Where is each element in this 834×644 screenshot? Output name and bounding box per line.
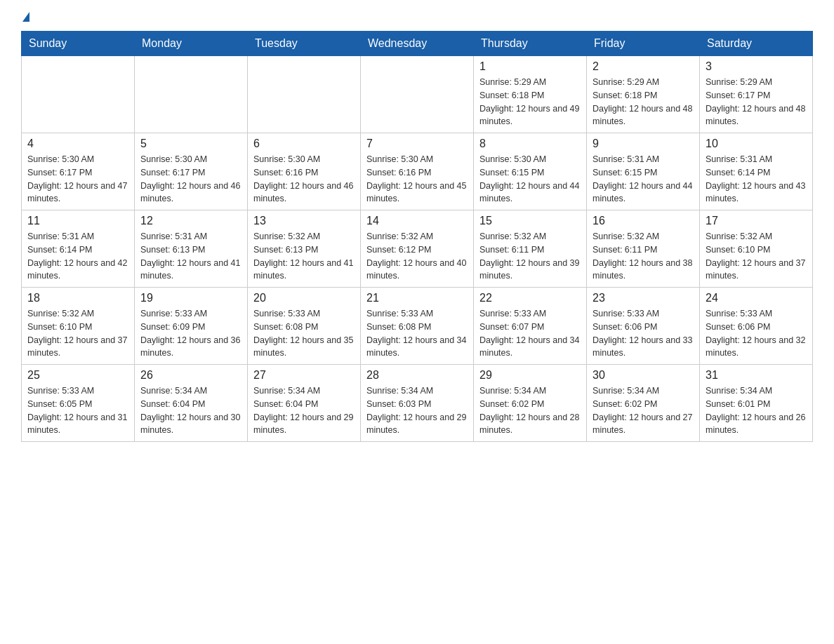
day-number: 14	[366, 215, 468, 227]
day-info: Sunrise: 5:34 AMSunset: 6:02 PMDaylight:…	[479, 384, 581, 437]
day-info: Sunrise: 5:32 AMSunset: 6:12 PMDaylight:…	[366, 230, 468, 283]
weekday-header-thursday: Thursday	[474, 32, 587, 56]
day-number: 8	[479, 137, 581, 150]
calendar-cell: 27Sunrise: 5:34 AMSunset: 6:04 PMDayligh…	[248, 365, 361, 442]
day-info: Sunrise: 5:29 AMSunset: 6:18 PMDaylight:…	[479, 76, 581, 128]
day-number: 28	[366, 369, 468, 382]
day-info: Sunrise: 5:32 AMSunset: 6:10 PMDaylight:…	[27, 307, 128, 360]
day-number: 27	[253, 369, 355, 382]
day-number: 25	[27, 369, 128, 382]
calendar-cell: 16Sunrise: 5:32 AMSunset: 6:11 PMDayligh…	[587, 210, 700, 288]
day-info: Sunrise: 5:33 AMSunset: 6:09 PMDaylight:…	[140, 307, 241, 360]
day-number: 15	[479, 215, 581, 227]
week-row-1: 1Sunrise: 5:29 AMSunset: 6:18 PMDaylight…	[22, 56, 813, 133]
calendar-cell: 6Sunrise: 5:30 AMSunset: 6:16 PMDaylight…	[248, 133, 361, 210]
calendar-cell: 14Sunrise: 5:32 AMSunset: 6:12 PMDayligh…	[361, 210, 474, 288]
logo	[21, 14, 29, 24]
calendar-cell: 22Sunrise: 5:33 AMSunset: 6:07 PMDayligh…	[474, 288, 587, 365]
week-row-5: 25Sunrise: 5:33 AMSunset: 6:05 PMDayligh…	[22, 365, 813, 442]
calendar-cell: 21Sunrise: 5:33 AMSunset: 6:08 PMDayligh…	[361, 288, 474, 365]
day-number: 13	[253, 215, 355, 227]
day-info: Sunrise: 5:32 AMSunset: 6:11 PMDaylight:…	[593, 230, 694, 283]
day-number: 16	[593, 215, 694, 227]
weekday-header-friday: Friday	[587, 32, 700, 56]
day-info: Sunrise: 5:30 AMSunset: 6:17 PMDaylight:…	[140, 153, 241, 206]
calendar-cell: 24Sunrise: 5:33 AMSunset: 6:06 PMDayligh…	[700, 288, 813, 365]
calendar-cell: 26Sunrise: 5:34 AMSunset: 6:04 PMDayligh…	[135, 365, 248, 442]
calendar-cell: 12Sunrise: 5:31 AMSunset: 6:13 PMDayligh…	[135, 210, 248, 288]
day-info: Sunrise: 5:33 AMSunset: 6:06 PMDaylight:…	[706, 307, 807, 360]
calendar-cell	[248, 56, 361, 133]
weekday-header-monday: Monday	[135, 32, 248, 56]
calendar-cell: 29Sunrise: 5:34 AMSunset: 6:02 PMDayligh…	[474, 365, 587, 442]
day-info: Sunrise: 5:33 AMSunset: 6:08 PMDaylight:…	[366, 307, 468, 360]
day-number: 1	[479, 60, 581, 73]
day-info: Sunrise: 5:34 AMSunset: 6:01 PMDaylight:…	[706, 384, 807, 437]
day-number: 4	[27, 137, 128, 150]
day-info: Sunrise: 5:33 AMSunset: 6:07 PMDaylight:…	[479, 307, 581, 360]
calendar-cell: 19Sunrise: 5:33 AMSunset: 6:09 PMDayligh…	[135, 288, 248, 365]
header	[21, 14, 813, 24]
day-info: Sunrise: 5:33 AMSunset: 6:05 PMDaylight:…	[27, 384, 128, 437]
day-number: 22	[479, 292, 581, 304]
calendar-cell: 30Sunrise: 5:34 AMSunset: 6:02 PMDayligh…	[587, 365, 700, 442]
calendar-cell	[22, 56, 135, 133]
day-info: Sunrise: 5:31 AMSunset: 6:15 PMDaylight:…	[593, 153, 694, 206]
day-number: 30	[593, 369, 694, 382]
weekday-header-sunday: Sunday	[22, 32, 135, 56]
day-info: Sunrise: 5:30 AMSunset: 6:15 PMDaylight:…	[479, 153, 581, 206]
day-number: 9	[593, 137, 694, 150]
calendar-cell: 15Sunrise: 5:32 AMSunset: 6:11 PMDayligh…	[474, 210, 587, 288]
calendar-cell: 5Sunrise: 5:30 AMSunset: 6:17 PMDaylight…	[135, 133, 248, 210]
day-info: Sunrise: 5:30 AMSunset: 6:16 PMDaylight:…	[253, 153, 355, 206]
day-info: Sunrise: 5:31 AMSunset: 6:13 PMDaylight:…	[140, 230, 241, 283]
calendar-cell: 23Sunrise: 5:33 AMSunset: 6:06 PMDayligh…	[587, 288, 700, 365]
day-info: Sunrise: 5:32 AMSunset: 6:10 PMDaylight:…	[706, 230, 807, 283]
calendar-cell	[361, 56, 474, 133]
calendar-cell: 20Sunrise: 5:33 AMSunset: 6:08 PMDayligh…	[248, 288, 361, 365]
week-row-2: 4Sunrise: 5:30 AMSunset: 6:17 PMDaylight…	[22, 133, 813, 210]
weekday-header-tuesday: Tuesday	[248, 32, 361, 56]
day-info: Sunrise: 5:34 AMSunset: 6:04 PMDaylight:…	[140, 384, 241, 437]
calendar-cell	[135, 56, 248, 133]
day-number: 12	[140, 215, 241, 227]
day-number: 29	[479, 369, 581, 382]
day-info: Sunrise: 5:31 AMSunset: 6:14 PMDaylight:…	[706, 153, 807, 206]
day-number: 24	[706, 292, 807, 304]
calendar-cell: 18Sunrise: 5:32 AMSunset: 6:10 PMDayligh…	[22, 288, 135, 365]
calendar-cell: 3Sunrise: 5:29 AMSunset: 6:17 PMDaylight…	[700, 56, 813, 133]
calendar-cell: 2Sunrise: 5:29 AMSunset: 6:18 PMDaylight…	[587, 56, 700, 133]
day-number: 3	[706, 60, 807, 73]
day-number: 10	[706, 137, 807, 150]
weekday-header-row: SundayMondayTuesdayWednesdayThursdayFrid…	[22, 32, 813, 56]
day-number: 7	[366, 137, 468, 150]
day-number: 23	[593, 292, 694, 304]
day-info: Sunrise: 5:29 AMSunset: 6:17 PMDaylight:…	[706, 76, 807, 128]
day-info: Sunrise: 5:32 AMSunset: 6:13 PMDaylight:…	[253, 230, 355, 283]
calendar-cell: 8Sunrise: 5:30 AMSunset: 6:15 PMDaylight…	[474, 133, 587, 210]
day-number: 19	[140, 292, 241, 304]
calendar-table: SundayMondayTuesdayWednesdayThursdayFrid…	[21, 31, 813, 442]
day-info: Sunrise: 5:33 AMSunset: 6:08 PMDaylight:…	[253, 307, 355, 360]
day-info: Sunrise: 5:32 AMSunset: 6:11 PMDaylight:…	[479, 230, 581, 283]
day-info: Sunrise: 5:30 AMSunset: 6:17 PMDaylight:…	[27, 153, 128, 206]
day-number: 5	[140, 137, 241, 150]
day-info: Sunrise: 5:34 AMSunset: 6:03 PMDaylight:…	[366, 384, 468, 437]
calendar-cell: 10Sunrise: 5:31 AMSunset: 6:14 PMDayligh…	[700, 133, 813, 210]
calendar-cell: 4Sunrise: 5:30 AMSunset: 6:17 PMDaylight…	[22, 133, 135, 210]
logo-triangle-icon	[22, 12, 29, 22]
weekday-header-saturday: Saturday	[700, 32, 813, 56]
calendar-cell: 7Sunrise: 5:30 AMSunset: 6:16 PMDaylight…	[361, 133, 474, 210]
calendar-cell: 25Sunrise: 5:33 AMSunset: 6:05 PMDayligh…	[22, 365, 135, 442]
calendar-cell: 17Sunrise: 5:32 AMSunset: 6:10 PMDayligh…	[700, 210, 813, 288]
day-number: 11	[27, 215, 128, 227]
day-number: 2	[593, 60, 694, 73]
calendar-cell: 13Sunrise: 5:32 AMSunset: 6:13 PMDayligh…	[248, 210, 361, 288]
calendar-cell: 9Sunrise: 5:31 AMSunset: 6:15 PMDaylight…	[587, 133, 700, 210]
day-number: 26	[140, 369, 241, 382]
weekday-header-wednesday: Wednesday	[361, 32, 474, 56]
week-row-3: 11Sunrise: 5:31 AMSunset: 6:14 PMDayligh…	[22, 210, 813, 288]
calendar-cell: 28Sunrise: 5:34 AMSunset: 6:03 PMDayligh…	[361, 365, 474, 442]
day-info: Sunrise: 5:33 AMSunset: 6:06 PMDaylight:…	[593, 307, 694, 360]
calendar-cell: 31Sunrise: 5:34 AMSunset: 6:01 PMDayligh…	[700, 365, 813, 442]
